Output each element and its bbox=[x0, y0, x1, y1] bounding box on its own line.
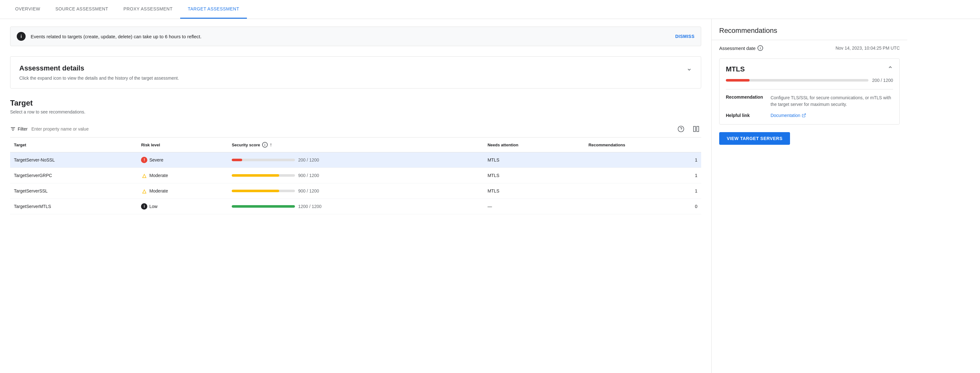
mtls-title: MTLS bbox=[726, 65, 745, 73]
external-link-icon bbox=[802, 113, 806, 117]
mtls-helpful-link-label: Helpful link bbox=[726, 113, 763, 118]
table-row[interactable]: TargetServerGRPC△Moderate900 / 1200MTLS1 bbox=[10, 168, 701, 183]
mtls-score-label: 200 / 1200 bbox=[872, 78, 893, 83]
assessment-date-label: Assessment date i bbox=[719, 45, 763, 51]
cell-recommendations: 1 bbox=[584, 152, 701, 168]
risk-badge: △Moderate bbox=[141, 172, 224, 179]
filter-actions bbox=[676, 124, 701, 134]
mtls-collapse-icon[interactable]: ⌃ bbox=[888, 65, 893, 73]
assessment-date-value: Nov 14, 2023, 10:04:25 PM UTC bbox=[835, 46, 900, 51]
score-bar bbox=[232, 205, 295, 208]
score-bar-fill bbox=[232, 190, 279, 192]
cell-needs-attention: — bbox=[484, 199, 584, 214]
risk-icon-moderate: △ bbox=[141, 172, 147, 179]
svg-rect-5 bbox=[694, 127, 695, 132]
th-needs-attention: Needs attention bbox=[484, 138, 584, 152]
target-section-title: Target bbox=[10, 98, 701, 108]
score-bar-container: 900 / 1200 bbox=[232, 173, 480, 178]
cell-needs-attention: MTLS bbox=[484, 152, 584, 168]
risk-badge: △Moderate bbox=[141, 188, 224, 194]
mtls-card-header: MTLS ⌃ bbox=[726, 65, 893, 73]
cell-target-name: TargetServerSSL bbox=[10, 183, 137, 199]
svg-rect-6 bbox=[697, 127, 698, 132]
score-bar bbox=[232, 159, 295, 161]
cell-risk-level: △Moderate bbox=[137, 183, 228, 199]
right-sidebar: Recommendations Assessment date i Nov 14… bbox=[711, 19, 907, 373]
table-header-row: Target Risk level Security score i ↑ bbox=[10, 138, 701, 152]
mtls-score-row: 200 / 1200 bbox=[726, 78, 893, 83]
tab-target-assessment[interactable]: TARGET ASSESSMENT bbox=[180, 0, 247, 19]
mtls-recommendation-label: Recommendation bbox=[726, 95, 763, 108]
main-layout: i Events related to targets (create, upd… bbox=[0, 19, 980, 373]
tab-overview[interactable]: OVERVIEW bbox=[8, 0, 48, 19]
cell-recommendations: 1 bbox=[584, 183, 701, 199]
mtls-documentation-link[interactable]: Documentation bbox=[770, 113, 893, 118]
risk-icon-severe: ! bbox=[141, 157, 147, 163]
risk-icon-moderate: △ bbox=[141, 188, 147, 194]
assessment-details-title: Assessment details bbox=[19, 64, 84, 72]
score-bar-container: 1200 / 1200 bbox=[232, 204, 480, 209]
score-label: 900 / 1200 bbox=[298, 173, 319, 178]
sidebar-divider bbox=[712, 40, 907, 40]
target-section: Target Select a row to see recommendatio… bbox=[10, 98, 701, 214]
th-risk-level: Risk level bbox=[137, 138, 228, 152]
mtls-detail-grid: Recommendation Configure TLS/SSL for sec… bbox=[726, 89, 893, 118]
columns-icon-button[interactable] bbox=[691, 124, 701, 134]
view-target-servers-button[interactable]: VIEW TARGET SERVERS bbox=[719, 132, 790, 145]
table-body: TargetServer-NoSSL!Severe200 / 1200MTLS1… bbox=[10, 152, 701, 214]
th-security-score: Security score i ↑ bbox=[228, 138, 484, 152]
assessment-details-header: Assessment details ⌄ bbox=[19, 64, 692, 72]
risk-level-label: Low bbox=[149, 204, 158, 209]
assessment-details-subtitle: Click the expand icon to view the detail… bbox=[19, 76, 692, 81]
cell-target-name: TargetServerMTLS bbox=[10, 199, 137, 214]
dismiss-button[interactable]: DISMISS bbox=[675, 34, 695, 39]
table-row[interactable]: TargetServerMTLSiLow1200 / 1200—0 bbox=[10, 199, 701, 214]
score-bar bbox=[232, 174, 295, 177]
filter-label: Filter bbox=[18, 127, 27, 132]
cell-target-name: TargetServerGRPC bbox=[10, 168, 137, 183]
score-bar bbox=[232, 190, 295, 192]
sidebar-recommendations-title: Recommendations bbox=[719, 27, 900, 35]
cell-security-score: 200 / 1200 bbox=[228, 152, 484, 168]
score-bar-fill bbox=[232, 174, 279, 177]
cell-recommendations: 1 bbox=[584, 168, 701, 183]
sort-icon[interactable]: ↑ bbox=[270, 142, 272, 148]
score-bar-container: 900 / 1200 bbox=[232, 188, 480, 194]
content-area: i Events related to targets (create, upd… bbox=[0, 19, 711, 373]
info-banner: i Events related to targets (create, upd… bbox=[10, 27, 701, 46]
mtls-card: MTLS ⌃ 200 / 1200 Recommendation Configu… bbox=[719, 59, 900, 125]
risk-badge: !Severe bbox=[141, 157, 224, 163]
table-row[interactable]: TargetServerSSL△Moderate900 / 1200MTLS1 bbox=[10, 183, 701, 199]
risk-level-label: Moderate bbox=[149, 173, 168, 178]
cell-risk-level: iLow bbox=[137, 199, 228, 214]
risk-level-label: Severe bbox=[149, 157, 163, 162]
risk-badge: iLow bbox=[141, 203, 224, 210]
filter-icon-label[interactable]: Filter bbox=[10, 126, 27, 132]
assessment-date-row: Assessment date i Nov 14, 2023, 10:04:25… bbox=[719, 45, 900, 51]
help-icon-button[interactable] bbox=[676, 124, 686, 134]
risk-level-label: Moderate bbox=[149, 188, 168, 194]
table-row[interactable]: TargetServer-NoSSL!Severe200 / 1200MTLS1 bbox=[10, 152, 701, 168]
tab-source-assessment[interactable]: SOURCE ASSESSMENT bbox=[48, 0, 116, 19]
expand-icon[interactable]: ⌄ bbox=[686, 64, 692, 72]
cell-needs-attention: MTLS bbox=[484, 168, 584, 183]
score-label: 1200 / 1200 bbox=[298, 204, 321, 209]
th-recommendations: Recommendations bbox=[584, 138, 701, 152]
score-label: 900 / 1200 bbox=[298, 188, 319, 194]
score-label: 200 / 1200 bbox=[298, 157, 319, 162]
cell-recommendations: 0 bbox=[584, 199, 701, 214]
filter-input[interactable] bbox=[31, 127, 676, 132]
security-score-info-icon[interactable]: i bbox=[262, 142, 268, 148]
columns-icon bbox=[693, 125, 700, 132]
mtls-score-bar bbox=[726, 79, 869, 81]
score-bar-fill bbox=[232, 205, 295, 208]
score-bar-container: 200 / 1200 bbox=[232, 157, 480, 162]
score-bar-fill bbox=[232, 159, 242, 161]
assessment-date-info-icon[interactable]: i bbox=[757, 45, 763, 51]
risk-icon-low: i bbox=[141, 203, 147, 210]
banner-text: Events related to targets (create, updat… bbox=[31, 34, 670, 39]
tab-proxy-assessment[interactable]: PROXY ASSESSMENT bbox=[116, 0, 180, 19]
mtls-recommendation-value: Configure TLS/SSL for secure communicati… bbox=[770, 95, 893, 108]
cell-security-score: 1200 / 1200 bbox=[228, 199, 484, 214]
target-table: Target Risk level Security score i ↑ bbox=[10, 138, 701, 214]
